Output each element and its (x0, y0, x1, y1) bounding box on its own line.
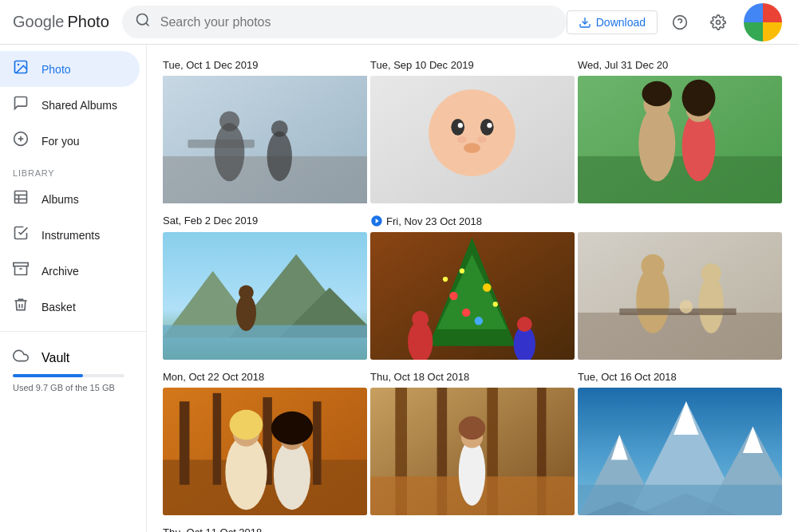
sidebar-item-vault[interactable]: Vault (13, 348, 133, 368)
date-label-row3-col2: Thu, Oct 18 Oct 2018 (370, 369, 575, 384)
svg-point-20 (219, 111, 239, 131)
svg-point-66 (699, 275, 724, 333)
photo-card[interactable] (370, 76, 575, 203)
storage-text: Used 9.7 GB of the 15 GB (13, 382, 133, 394)
svg-point-28 (458, 123, 463, 128)
svg-point-51 (449, 292, 457, 300)
sidebar-shared-label: Shared Albums (41, 99, 117, 112)
svg-point-69 (679, 300, 693, 313)
sidebar-item-instruments[interactable]: Instruments (0, 217, 140, 253)
svg-point-31 (457, 136, 468, 143)
svg-point-57 (460, 269, 464, 274)
logo-photo: Photo (68, 13, 109, 31)
sidebar-photo-label: Photo (41, 63, 71, 76)
search-input[interactable] (160, 15, 554, 30)
photo-card[interactable] (370, 388, 575, 515)
photo-card[interactable] (578, 76, 782, 203)
svg-point-29 (487, 123, 492, 128)
google-pinwheel (741, 0, 785, 45)
photo-card[interactable] (578, 388, 782, 515)
svg-point-53 (462, 309, 470, 317)
help-button[interactable] (664, 6, 696, 38)
archive-icon (13, 261, 29, 281)
content-area: Tue, Oct 1 Dec 2019 Tue, Sep 10 Dec 2019… (147, 45, 798, 532)
svg-point-7 (18, 64, 19, 66)
trash-icon (13, 297, 29, 317)
svg-point-21 (267, 132, 292, 182)
svg-point-52 (483, 283, 491, 291)
photo-card[interactable] (163, 76, 367, 203)
search-bar[interactable] (122, 6, 567, 38)
svg-point-5 (717, 20, 721, 24)
sidebar-item-for-you[interactable]: For you (0, 123, 140, 159)
date-label-row1-col3: Wed, Jul 31 Dec 20 (578, 57, 782, 73)
header: Google Photo Download (0, 0, 798, 45)
svg-rect-15 (14, 263, 28, 266)
photo-scene (163, 76, 367, 203)
sidebar-item-photo[interactable]: Photo (0, 51, 140, 87)
svg-point-32 (477, 136, 488, 143)
sidebar-item-shared-albums[interactable]: Shared Albums (0, 87, 140, 123)
sidebar-basket-label: Basket (41, 301, 76, 313)
svg-point-0 (136, 14, 147, 25)
svg-line-1 (146, 23, 149, 26)
date-label-row3-col1: Mon, Oct 22 Oct 2018 (163, 369, 367, 384)
svg-rect-45 (163, 325, 367, 360)
albums-icon (13, 189, 29, 209)
header-actions: Download (567, 0, 785, 45)
svg-point-67 (701, 263, 721, 283)
chat-icon (13, 95, 29, 115)
photo-card[interactable] (163, 388, 367, 515)
sidebar: Photo Shared Albums For you LIBRARY Albu… (0, 45, 147, 532)
svg-rect-11 (15, 191, 27, 203)
photo-card[interactable] (578, 232, 782, 360)
svg-point-78 (274, 439, 310, 510)
cloud-icon (13, 348, 29, 368)
sidebar-archive-label: Archive (41, 265, 79, 278)
svg-point-47 (239, 285, 254, 300)
svg-point-61 (517, 317, 532, 332)
sidebar-for-you-label: For you (41, 135, 79, 148)
add-circle-icon (13, 131, 29, 151)
svg-point-26 (451, 119, 464, 136)
main-layout: Photo Shared Albums For you LIBRARY Albu… (0, 45, 798, 532)
instruments-icon (13, 225, 29, 245)
settings-button[interactable] (702, 6, 734, 38)
date-label-row4-col3 (578, 525, 782, 532)
vault-section: Vault Used 9.7 GB of the 15 GB (0, 338, 146, 404)
sidebar-item-archive[interactable]: Archive (0, 253, 140, 289)
date-label-row4-col1: Thu, Oct 11 Oct 2018 (163, 525, 367, 532)
vault-label: Vault (41, 351, 69, 365)
search-icon (135, 12, 151, 32)
photo-icon (13, 59, 29, 79)
date-label-row3-col3: Tue, Oct 16 Oct 2018 (578, 369, 782, 384)
svg-rect-18 (163, 156, 367, 203)
svg-point-90 (459, 416, 485, 439)
sidebar-albums-label: Albums (41, 193, 79, 206)
sidebar-instruments-label: Instruments (41, 229, 100, 242)
svg-rect-23 (188, 140, 255, 148)
svg-rect-73 (213, 393, 221, 485)
logo: Google Photo (13, 13, 109, 31)
svg-rect-68 (619, 309, 736, 315)
library-label: LIBRARY (0, 159, 146, 181)
date-label-row2-col1: Sat, Feb 2 Dec 2019 (163, 213, 367, 229)
download-button[interactable]: Download (567, 10, 658, 34)
photo-card[interactable] (163, 232, 367, 360)
svg-point-56 (493, 301, 498, 306)
photo-card[interactable]: ✓ (370, 232, 575, 360)
date-label-row4-col2 (370, 525, 575, 532)
date-label-row2-col3 (578, 213, 782, 229)
sidebar-item-basket[interactable]: Basket (0, 289, 140, 325)
svg-rect-72 (180, 401, 190, 484)
date-label-row1-col1: Tue, Oct 1 Dec 2019 (163, 57, 367, 73)
svg-point-40 (682, 80, 716, 116)
svg-point-59 (412, 311, 429, 328)
sidebar-divider (0, 331, 146, 332)
svg-rect-75 (313, 401, 321, 484)
sidebar-item-albums[interactable]: Albums (0, 181, 140, 217)
svg-rect-34 (578, 156, 782, 203)
svg-point-25 (429, 89, 516, 176)
date-label-row1-col2: Tue, Sep 10 Dec 2019 (370, 57, 575, 73)
svg-point-88 (459, 439, 485, 506)
